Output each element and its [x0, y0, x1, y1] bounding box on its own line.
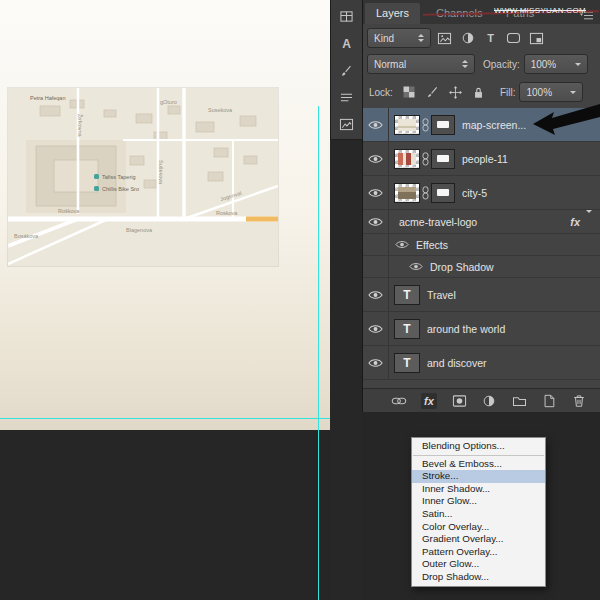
map-label: Chillis Bike Sro	[102, 187, 139, 193]
adjustment-filter-icon[interactable]	[458, 29, 477, 48]
type-layer-thumbnail[interactable]: T	[394, 319, 420, 339]
eye-icon	[368, 324, 383, 334]
eye-column	[363, 234, 389, 255]
histogram-panel-icon[interactable]	[336, 115, 358, 134]
paragraph-panel-icon[interactable]	[336, 88, 358, 107]
mask-link-icon[interactable]	[422, 186, 429, 200]
map-label: Roskova	[216, 211, 237, 217]
new-group-button[interactable]	[511, 393, 527, 409]
layers-panel-toolbar: fx	[363, 388, 600, 412]
tab-layers[interactable]: Layers	[365, 3, 420, 24]
kind-filter-dropdown[interactable]: Kind	[367, 28, 431, 48]
pixel-filter-icon[interactable]	[435, 29, 454, 48]
map-label: Tafiss Taperig	[102, 175, 136, 181]
layer-row-people[interactable]: people-11	[363, 142, 600, 176]
map-poi-icon	[94, 174, 99, 179]
layer-name: map-screen...	[462, 119, 526, 131]
chevron-down-icon	[570, 91, 576, 94]
add-layer-mask-button[interactable]	[451, 393, 467, 409]
map-label: Roškova	[58, 209, 79, 215]
menu-item-blending-options[interactable]: Blending Options...	[412, 440, 545, 453]
mask-shape	[437, 121, 449, 128]
opacity-dropdown[interactable]: 100%	[524, 54, 588, 74]
menu-item-pattern-overlay[interactable]: Pattern Overlay...	[412, 546, 545, 559]
layer-row-around-the-world[interactable]: T around the world	[363, 312, 600, 346]
drop-shadow-effect-row[interactable]: Drop Shadow	[363, 256, 600, 278]
document-canvas[interactable]: Petra Hafeqan gOturo Susekova Žofkovna S…	[0, 0, 330, 430]
menu-item-inner-glow[interactable]: Inner Glow...	[412, 495, 545, 508]
mask-link-icon[interactable]	[422, 152, 429, 166]
layer-row-travel[interactable]: T Travel	[363, 278, 600, 312]
photoshop-workspace: Petra Hafeqan gOturo Susekova Žofkovna S…	[0, 0, 600, 600]
character-panel-icon[interactable]: A	[336, 34, 358, 53]
menu-item-inner-shadow[interactable]: Inner Shadow...	[412, 483, 545, 496]
add-layer-style-button[interactable]: fx	[421, 393, 437, 409]
mask-link-icon[interactable]	[422, 118, 429, 132]
menu-item-color-overlay[interactable]: Color Overlay...	[412, 521, 545, 534]
visibility-toggle[interactable]	[363, 108, 389, 141]
type-layer-thumbnail[interactable]: T	[394, 285, 420, 305]
effects-label: Effects	[416, 239, 448, 251]
eye-icon	[368, 217, 383, 227]
lock-label: Lock:	[369, 87, 393, 98]
blend-mode-dropdown[interactable]: Normal	[367, 54, 475, 74]
swatches-panel-icon[interactable]	[336, 7, 358, 26]
layer-row-city[interactable]: city-5	[363, 176, 600, 210]
type-layer-thumbnail[interactable]: T	[394, 353, 420, 373]
eye-icon	[395, 240, 409, 249]
layer-row-and-discover[interactable]: T and discover	[363, 346, 600, 380]
visibility-toggle[interactable]	[363, 312, 389, 345]
menu-item-outer-glow[interactable]: Outer Glow...	[412, 558, 545, 571]
layer-row-acme-travel-logo[interactable]: acme-travel-logo fx	[363, 210, 600, 234]
menu-item-drop-shadow[interactable]: Drop Shadow...	[412, 571, 545, 584]
horizontal-guide[interactable]	[0, 418, 332, 419]
effect-visibility-toggle[interactable]	[409, 262, 423, 271]
vertical-guide[interactable]	[318, 106, 319, 600]
mask-thumbnail[interactable]	[431, 183, 455, 203]
layer-thumbnail[interactable]	[394, 183, 420, 203]
smart-object-filter-icon[interactable]	[527, 29, 546, 48]
layer-thumbnail[interactable]	[394, 149, 420, 169]
menu-item-stroke[interactable]: Stroke...	[412, 470, 545, 483]
new-layer-button[interactable]	[541, 393, 557, 409]
type-thumb-glyph: T	[403, 322, 410, 336]
visibility-toggle[interactable]	[363, 210, 389, 233]
visibility-toggle[interactable]	[363, 176, 389, 209]
map-label: Susekova	[208, 108, 232, 114]
menu-item-bevel-emboss[interactable]: Bevel & Emboss...	[412, 458, 545, 471]
visibility-toggle[interactable]	[363, 346, 389, 379]
map-label: Bosákova	[14, 234, 38, 240]
menu-item-satin[interactable]: Satin...	[412, 508, 545, 521]
type-filter-icon[interactable]: T	[481, 29, 500, 48]
lock-transparency-icon[interactable]	[401, 84, 418, 101]
eye-icon	[409, 262, 423, 271]
visibility-toggle[interactable]	[363, 278, 389, 311]
type-thumb-glyph: T	[403, 356, 410, 370]
effects-header-row[interactable]: Effects	[363, 234, 600, 256]
delete-layer-button[interactable]	[571, 393, 587, 409]
mask-thumbnail[interactable]	[431, 115, 455, 135]
eye-column	[363, 256, 389, 277]
link-layers-button[interactable]	[391, 393, 407, 409]
new-adjustment-layer-button[interactable]	[481, 393, 497, 409]
shape-filter-icon[interactable]	[504, 29, 523, 48]
layer-thumbnail[interactable]	[394, 115, 420, 135]
lock-pixels-icon[interactable]	[424, 84, 441, 101]
lock-position-icon[interactable]	[447, 84, 464, 101]
blend-mode-value: Normal	[374, 59, 458, 70]
annotation-arrow	[526, 98, 600, 142]
lock-buttons	[401, 84, 487, 101]
watermark-text: WWW.MISSYUAN.COM	[494, 6, 586, 15]
mask-thumbnail[interactable]	[431, 149, 455, 169]
effects-visibility-toggle[interactable]	[395, 240, 409, 249]
lock-all-icon[interactable]	[470, 84, 487, 101]
eye-icon	[368, 154, 383, 164]
collapse-effects-chevron[interactable]	[586, 213, 592, 231]
layer-name: and discover	[427, 357, 487, 369]
visibility-toggle[interactable]	[363, 142, 389, 175]
type-thumb-glyph: T	[403, 288, 410, 302]
menu-item-gradient-overlay[interactable]: Gradient Overlay...	[412, 533, 545, 546]
layer-name: Travel	[427, 289, 456, 301]
layer-fx-badge[interactable]: fx	[570, 216, 580, 228]
brush-panel-icon[interactable]	[336, 61, 358, 80]
